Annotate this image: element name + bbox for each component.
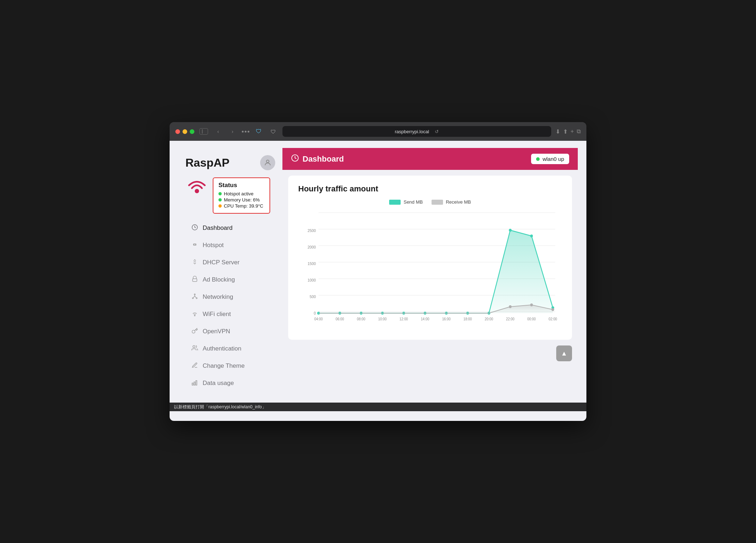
dhcp-icon: [191, 259, 198, 266]
data-point: [509, 305, 512, 308]
data-point: [552, 308, 554, 311]
cpu-status-dot: [218, 204, 222, 208]
data-point: [509, 229, 512, 232]
dashboard-icon: [191, 224, 198, 232]
sidebar-item-theme-label: Change Theme: [203, 362, 245, 370]
hotspot-status-label: Hotspot active: [224, 191, 253, 196]
svg-text:22:00: 22:00: [506, 317, 515, 321]
interface-badge[interactable]: wlan0 up: [531, 154, 569, 164]
svg-point-9: [193, 345, 195, 348]
status-bar-text: 以新標籤頁打開「raspberrypi.local/wlan0_info」: [174, 404, 266, 410]
chart-title: Hourly traffic amount: [298, 184, 562, 194]
sidebar: RaspAP: [178, 148, 282, 399]
chart-card: Hourly traffic amount Send MB Receive MB: [288, 176, 572, 340]
browser-window: ‹ › 🛡 🛡 raspberrypi.local ↺ ⬇ ⬆ + ⧉ Rasp…: [170, 122, 586, 421]
svg-point-8: [194, 315, 195, 316]
svg-point-6: [192, 298, 193, 299]
maximize-button[interactable]: [190, 129, 194, 134]
traffic-chart: 0 500 1000 1500 2000 2500: [298, 209, 562, 331]
scroll-top-button[interactable]: ▲: [556, 345, 572, 361]
svg-text:18:00: 18:00: [464, 317, 472, 321]
networking-icon: [191, 293, 198, 301]
download-icon[interactable]: ⬇: [556, 128, 560, 135]
interface-label: wlan0 up: [543, 156, 564, 162]
sidebar-item-adblocking[interactable]: Ad Blocking: [181, 271, 280, 288]
privacy-icon[interactable]: 🛡: [268, 126, 278, 136]
svg-point-0: [266, 160, 269, 163]
svg-point-5: [194, 294, 195, 295]
dashboard-header-icon: [291, 154, 299, 164]
svg-text:00:00: 00:00: [527, 317, 536, 321]
send-area-fill: [318, 230, 553, 313]
close-button[interactable]: [175, 129, 180, 134]
page-header-bar: Dashboard wlan0 up: [282, 148, 578, 170]
minimize-button[interactable]: [183, 129, 187, 134]
status-item-hotspot: Hotspot active: [218, 191, 264, 196]
sidebar-item-dashboard[interactable]: Dashboard: [181, 219, 280, 237]
status-bar: 以新標籤頁打開「raspberrypi.local/wlan0_info」: [170, 403, 586, 411]
svg-text:14:00: 14:00: [421, 317, 429, 321]
back-button[interactable]: ‹: [213, 126, 223, 136]
svg-point-3: [194, 244, 196, 246]
chart-area: 0 500 1000 1500 2000 2500: [298, 209, 562, 331]
sidebar-item-wifi-label: WiFi client: [203, 311, 231, 318]
sidebar-item-authentication[interactable]: Authentication: [181, 340, 280, 357]
openvpn-icon: [191, 328, 198, 335]
memory-status-dot: [218, 198, 222, 201]
svg-text:20:00: 20:00: [485, 317, 493, 321]
svg-rect-4: [193, 279, 197, 282]
cpu-status-label: CPU Temp: 39.9°C: [224, 203, 263, 209]
legend-receive: Receive MB: [432, 199, 471, 205]
memory-status-label: Memory Use: 6%: [224, 197, 260, 203]
traffic-lights: [175, 129, 194, 134]
svg-rect-11: [194, 382, 195, 385]
legend-send-label: Send MB: [404, 199, 423, 205]
share-icon[interactable]: ⬆: [563, 128, 568, 135]
legend-receive-label: Receive MB: [446, 199, 471, 205]
svg-text:08:00: 08:00: [357, 317, 365, 321]
hotspot-status-dot: [218, 192, 222, 195]
interface-status-dot: [536, 157, 540, 161]
sidebar-item-dhcp[interactable]: DHCP Server: [181, 254, 280, 271]
app-title: RaspAP: [185, 156, 230, 170]
svg-text:16:00: 16:00: [442, 317, 451, 321]
status-item-memory: Memory Use: 6%: [218, 197, 264, 203]
sidebar-item-networking[interactable]: Networking: [181, 288, 280, 306]
authentication-icon: [191, 345, 198, 353]
logo-status-row: Status Hotspot active Memory Use: 6%: [178, 177, 282, 219]
refresh-button[interactable]: ↺: [435, 129, 439, 134]
raspap-logo: [185, 177, 208, 200]
main-content: Dashboard wlan0 up Hourly traffic amount: [282, 148, 578, 361]
sidebar-item-datausage[interactable]: Data usage: [181, 375, 280, 392]
sidebar-item-dashboard-label: Dashboard: [203, 224, 232, 232]
svg-text:02:00: 02:00: [549, 317, 557, 321]
status-item-cpu: CPU Temp: 39.9°C: [218, 203, 264, 209]
data-point: [530, 235, 533, 237]
shield-icon[interactable]: 🛡: [254, 126, 264, 136]
scroll-top-icon: ▲: [561, 350, 567, 357]
svg-text:500: 500: [310, 294, 316, 299]
sidebar-item-hotspot[interactable]: Hotspot: [181, 237, 280, 254]
sidebar-toggle-button[interactable]: [199, 126, 209, 136]
svg-rect-12: [196, 381, 197, 385]
legend-send: Send MB: [389, 199, 423, 205]
forward-button[interactable]: ›: [227, 126, 238, 136]
new-tab-icon[interactable]: +: [571, 128, 574, 135]
svg-text:12:00: 12:00: [400, 317, 408, 321]
svg-text:2000: 2000: [308, 245, 316, 249]
sidebar-item-theme[interactable]: Change Theme: [181, 357, 280, 375]
chart-legend: Send MB Receive MB: [298, 199, 562, 205]
theme-icon: [191, 362, 198, 370]
user-avatar[interactable]: [260, 155, 275, 170]
address-bar[interactable]: raspberrypi.local ↺: [282, 126, 551, 137]
svg-text:1000: 1000: [308, 278, 316, 282]
sidebar-item-wifi[interactable]: WiFi client: [181, 306, 280, 323]
svg-rect-10: [192, 383, 193, 385]
svg-text:0: 0: [314, 311, 316, 315]
top-header-row: RaspAP: [170, 141, 586, 403]
sidebar-item-openvpn[interactable]: OpenVPN: [181, 323, 280, 340]
tab-overview-icon[interactable]: ⧉: [577, 128, 581, 135]
browser-content: RaspAP: [170, 141, 586, 421]
sidebar-item-networking-label: Networking: [203, 293, 233, 301]
adblocking-icon: [191, 276, 198, 284]
